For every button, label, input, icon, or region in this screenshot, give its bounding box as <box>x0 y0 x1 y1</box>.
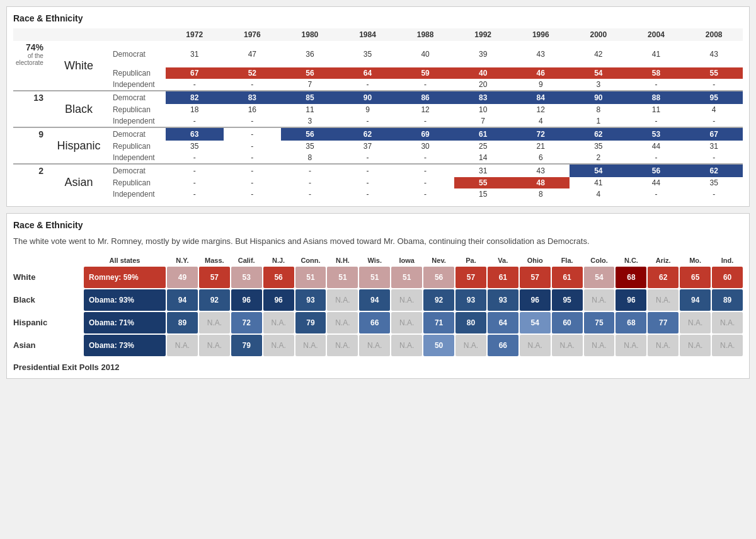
th-year-1984: 1984 <box>339 28 397 41</box>
bottom-grid: All statesN.Y.Mass.Calif.N.J.Conn.N.H.Wi… <box>13 255 743 356</box>
th-year-2004: 2004 <box>627 28 685 41</box>
data-cell: N.A. <box>327 335 358 356</box>
data-cell: 71 <box>423 312 454 333</box>
data-cell: 66 <box>488 335 518 356</box>
data-cell: 60 <box>712 267 743 288</box>
data-cell: 94 <box>680 289 711 311</box>
summary-cell-asian: Obama: 73% <box>84 335 166 356</box>
data-cell: 54 <box>584 267 615 288</box>
data-cell: N.A. <box>712 312 743 333</box>
top-panel-title: Race & Ethnicity <box>13 13 743 23</box>
data-cell: 92 <box>199 289 230 311</box>
data-cell: N.A. <box>455 335 486 356</box>
summary-cell-hispanic: Obama: 71% <box>84 312 166 333</box>
data-cell: 96 <box>231 289 262 311</box>
top-table: 1972 1976 1980 1984 1988 1992 1996 2000 … <box>13 28 743 200</box>
data-cell: N.A. <box>327 312 358 333</box>
data-cell: 95 <box>552 289 583 311</box>
data-cell: 79 <box>231 335 262 356</box>
data-cell: 61 <box>488 267 518 288</box>
data-cell: N.A. <box>359 335 390 356</box>
data-cell: 65 <box>680 267 711 288</box>
data-cell: 57 <box>520 267 551 288</box>
data-cell: N.A. <box>680 335 711 356</box>
bottom-description: The white vote went to Mr. Romney, mostl… <box>13 235 743 248</box>
data-cell: N.A. <box>263 335 294 356</box>
summary-cell-white: Romney: 59% <box>84 267 166 288</box>
data-cell: 77 <box>648 312 679 333</box>
data-cell: 64 <box>488 312 518 333</box>
bottom-panel: Race & Ethnicity The white vote went to … <box>6 213 750 379</box>
footer-note: Presidential Exit Polls 2012 <box>13 362 743 372</box>
th-year-1992: 1992 <box>454 28 512 41</box>
data-cell: N.A. <box>552 335 583 356</box>
data-cell: 56 <box>263 267 294 288</box>
th-pct <box>13 28 46 41</box>
th-year-2000: 2000 <box>570 28 627 41</box>
th-year-1988: 1988 <box>396 28 454 41</box>
data-cell: N.A. <box>391 312 422 333</box>
data-cell: 50 <box>423 335 454 356</box>
data-cell: 89 <box>712 289 743 311</box>
row-label-white: White <box>13 272 83 282</box>
data-cell: 68 <box>616 267 646 288</box>
data-cell: 75 <box>584 312 615 333</box>
data-cell: N.A. <box>616 335 646 356</box>
data-cell: N.A. <box>167 335 198 356</box>
data-cell: 93 <box>295 289 326 311</box>
th-party <box>109 28 166 41</box>
th-year-1996: 1996 <box>512 28 570 41</box>
data-cell: 51 <box>359 267 390 288</box>
data-cell: 92 <box>423 289 454 311</box>
row-label-hispanic: Hispanic <box>13 318 83 327</box>
th-year-1976: 1976 <box>224 28 282 41</box>
data-cell: N.A. <box>391 335 422 356</box>
data-cell: 93 <box>488 289 518 311</box>
data-cell: 51 <box>391 267 422 288</box>
th-group <box>46 28 109 41</box>
data-cell: N.A. <box>295 335 326 356</box>
data-cell: N.A. <box>648 289 679 311</box>
data-cell: 56 <box>423 267 454 288</box>
data-cell: 66 <box>359 312 390 333</box>
data-cell: 68 <box>616 312 646 333</box>
data-cell: 54 <box>520 312 551 333</box>
row-label-asian: Asian <box>13 340 83 350</box>
data-cell: 80 <box>455 312 486 333</box>
data-cell: 60 <box>552 312 583 333</box>
data-cell: 93 <box>455 289 486 311</box>
data-cell: N.A. <box>584 289 615 311</box>
summary-cell-black: Obama: 93% <box>84 289 166 311</box>
data-cell: 89 <box>167 312 198 333</box>
row-label-black: Black <box>13 295 83 304</box>
data-cell: 61 <box>552 267 583 288</box>
data-cell: 96 <box>263 289 294 311</box>
data-cell: 72 <box>231 312 262 333</box>
data-cell: 96 <box>616 289 646 311</box>
data-cell: 62 <box>648 267 679 288</box>
data-cell: 53 <box>231 267 262 288</box>
data-cell: N.A. <box>199 335 230 356</box>
data-cell: 57 <box>199 267 230 288</box>
th-year-2008: 2008 <box>685 28 743 41</box>
data-cell: 79 <box>295 312 326 333</box>
data-cell: 96 <box>520 289 551 311</box>
th-year-1980: 1980 <box>281 28 339 41</box>
data-cell: N.A. <box>263 312 294 333</box>
data-cell: 51 <box>327 267 358 288</box>
data-cell: N.A. <box>584 335 615 356</box>
data-cell: 57 <box>455 267 486 288</box>
data-cell: N.A. <box>327 289 358 311</box>
data-cell: 51 <box>295 267 326 288</box>
data-cell: N.A. <box>712 335 743 356</box>
th-year-1972: 1972 <box>166 28 224 41</box>
data-cell: N.A. <box>520 335 551 356</box>
data-cell: 94 <box>359 289 390 311</box>
data-cell: N.A. <box>199 312 230 333</box>
top-panel: Race & Ethnicity 1972 1976 1980 1984 198… <box>6 6 750 207</box>
data-cell: N.A. <box>391 289 422 311</box>
bottom-panel-title: Race & Ethnicity <box>13 220 743 230</box>
data-cell: 94 <box>167 289 198 311</box>
data-cell: N.A. <box>680 312 711 333</box>
data-cell: 49 <box>167 267 198 288</box>
